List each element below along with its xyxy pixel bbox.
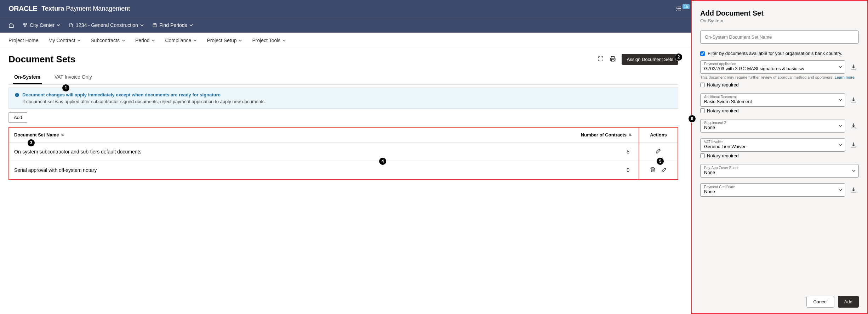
chevron-down-icon	[152, 39, 155, 42]
nav-my-contract[interactable]: My Contract	[48, 38, 81, 43]
brand-product: Textura Payment Management	[41, 5, 130, 12]
table-row: On-system subcontractor and sub-tiers de…	[9, 142, 639, 161]
nav-project-setup[interactable]: Project Setup	[207, 38, 242, 43]
document-sets-table: Document Set Name⇅ Number of Contracts⇅ …	[8, 127, 678, 180]
cell-num: 0	[568, 167, 639, 173]
sort-icon: ⇅	[61, 133, 64, 137]
cell-num: 5	[568, 149, 639, 155]
callout-6: 6	[688, 115, 696, 123]
select-payment application[interactable]: Payment Application G702/703 with 3 GC M…	[700, 60, 845, 74]
chevron-down-icon	[57, 23, 60, 27]
find-periods[interactable]: Find Periods	[152, 22, 193, 28]
nav-project-tools[interactable]: Project Tools	[252, 38, 286, 43]
callout-4: 4	[379, 157, 387, 165]
notary-checkbox-row[interactable]: Notary required	[700, 153, 859, 158]
tabs: On-System VAT Invoice Only	[8, 71, 678, 85]
notary-checkbox[interactable]	[700, 83, 705, 87]
document-set-name-input[interactable]	[700, 30, 859, 44]
chevron-down-icon	[839, 98, 842, 102]
print-icon[interactable]	[610, 56, 616, 63]
home-icon[interactable]	[8, 22, 14, 28]
table-row: Serial approval with off-system notary0	[9, 161, 639, 179]
download-icon[interactable]	[848, 119, 859, 133]
svg-rect-6	[153, 23, 156, 27]
brand-logo: ORACLE	[8, 5, 37, 13]
info-banner: i Document changes will apply immediatel…	[8, 88, 678, 109]
select-supplement 2[interactable]: Supplement 2 None	[700, 119, 845, 133]
panel-add-button[interactable]: Add	[838, 296, 859, 308]
add-document-set-panel: Add Document Set On-System Filter by doc…	[691, 0, 868, 314]
select-vat invoice[interactable]: VAT Invoice Generic Lien Waiver	[700, 138, 845, 152]
panel-field-row: Additional Document Basic Sworn Statemen…	[700, 93, 859, 107]
panel-field-row: Payment Certificate None	[700, 183, 859, 197]
edit-icon[interactable]	[655, 148, 662, 155]
download-icon[interactable]	[848, 60, 859, 74]
project-selector[interactable]: City Center	[23, 22, 60, 28]
panel-field-row: VAT Invoice Generic Lien Waiver	[700, 138, 859, 152]
callout-3: 3	[27, 139, 35, 147]
contract-selector[interactable]: 1234 - General Construction	[69, 22, 144, 28]
chevron-down-icon	[282, 39, 286, 42]
chevron-down-icon	[839, 124, 842, 128]
col-header-actions: Actions	[639, 132, 678, 138]
panel-subtitle: On-System	[700, 18, 859, 23]
chevron-down-icon	[77, 39, 81, 42]
filter-checkbox-row[interactable]: Filter by documents available for your o…	[700, 51, 859, 56]
notary-checkbox-row[interactable]: Notary required	[700, 108, 859, 113]
cell-name: On-system subcontractor and sub-tiers de…	[9, 149, 568, 155]
page-title: Document Sets	[8, 54, 75, 65]
expand-icon[interactable]	[598, 56, 604, 63]
nav-compliance[interactable]: Compliance	[165, 38, 197, 43]
nav-subcontracts[interactable]: Subcontracts	[91, 38, 125, 43]
panel-note: This document may require further review…	[700, 75, 859, 79]
panel-title: Add Document Set	[700, 9, 859, 17]
main-content: Document Sets Assign Document Sets On-Sy…	[0, 48, 687, 186]
callout-1: 1	[62, 84, 70, 92]
nav-period[interactable]: Period	[135, 38, 155, 43]
download-icon[interactable]	[848, 93, 859, 107]
sort-icon: ⇅	[629, 133, 632, 137]
notary-checkbox[interactable]	[700, 153, 705, 158]
select-additional document[interactable]: Additional Document Basic Sworn Statemen…	[700, 93, 845, 107]
chevron-down-icon	[839, 65, 842, 69]
callout-2: 2	[675, 53, 683, 61]
select-pay-app cover sheet[interactable]: Pay-App Cover Sheet None	[700, 164, 859, 178]
callout-5: 5	[656, 157, 664, 165]
download-icon[interactable]	[848, 183, 859, 197]
cell-name: Serial approval with off-system notary	[9, 167, 568, 173]
tab-vat-invoice-only[interactable]: VAT Invoice Only	[53, 71, 93, 84]
select-payment certificate[interactable]: Payment Certificate None	[700, 183, 845, 197]
svg-point-3	[23, 23, 25, 25]
nav-project-home[interactable]: Project Home	[8, 38, 39, 43]
panel-field-row: Pay-App Cover Sheet None	[700, 164, 859, 178]
notary-checkbox-row[interactable]: Notary required	[700, 82, 859, 88]
chevron-down-icon	[839, 188, 842, 192]
learn-more-link[interactable]: Learn more.	[835, 75, 856, 79]
info-icon: i	[15, 92, 19, 97]
svg-rect-8	[612, 59, 615, 61]
chevron-down-icon	[239, 39, 242, 42]
chevron-down-icon	[122, 39, 125, 42]
edit-icon[interactable]	[661, 167, 667, 174]
chevron-down-icon	[140, 23, 144, 27]
chevron-down-icon	[839, 143, 842, 147]
assign-document-sets-button[interactable]: Assign Document Sets	[622, 54, 678, 65]
todo-icon[interactable]: 15	[675, 5, 691, 12]
chevron-down-icon	[189, 23, 193, 27]
svg-text:i: i	[17, 93, 17, 96]
todo-badge: 15	[683, 4, 689, 9]
notary-checkbox[interactable]	[700, 108, 705, 113]
col-header-num[interactable]: Number of Contracts⇅	[568, 132, 639, 138]
panel-field-row: Supplement 2 None	[700, 119, 859, 133]
cancel-button[interactable]: Cancel	[806, 296, 834, 308]
tab-on-system[interactable]: On-System	[13, 71, 42, 84]
chevron-down-icon	[852, 169, 856, 173]
delete-icon[interactable]	[650, 167, 656, 174]
download-icon[interactable]	[848, 138, 859, 152]
col-header-name[interactable]: Document Set Name⇅	[9, 132, 568, 138]
svg-point-5	[24, 26, 26, 27]
svg-point-4	[25, 23, 27, 25]
filter-checkbox[interactable]	[700, 51, 705, 56]
add-button[interactable]: Add	[8, 112, 27, 123]
brand: ORACLE Textura Payment Management	[8, 5, 130, 13]
